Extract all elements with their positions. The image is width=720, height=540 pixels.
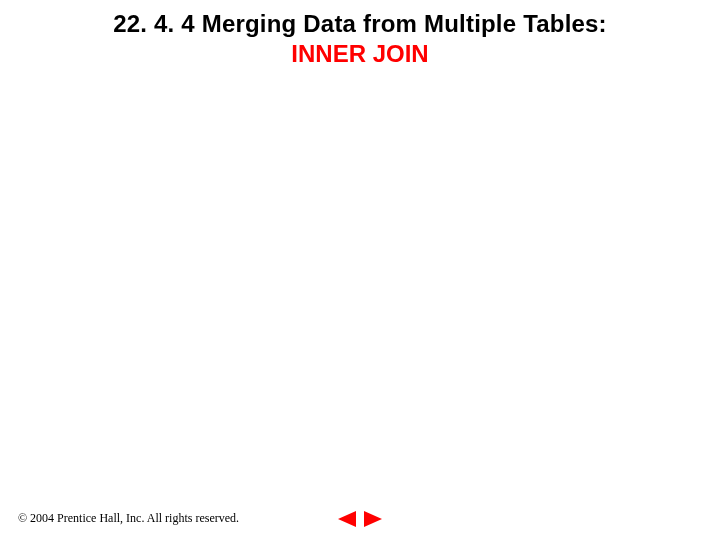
- title-line-2: INNER JOIN: [0, 40, 720, 68]
- footer: © 2004 Prentice Hall, Inc. All rights re…: [18, 511, 702, 526]
- triangle-left-icon: [338, 511, 356, 527]
- next-button[interactable]: [363, 510, 383, 528]
- svg-marker-0: [338, 511, 356, 527]
- triangle-right-icon: [364, 511, 382, 527]
- nav-controls: [337, 510, 383, 528]
- title-line-1: 22. 4. 4 Merging Data from Multiple Tabl…: [0, 10, 720, 38]
- slide-title: 22. 4. 4 Merging Data from Multiple Tabl…: [0, 10, 720, 68]
- copyright-text: © 2004 Prentice Hall, Inc. All rights re…: [18, 511, 239, 526]
- svg-marker-1: [364, 511, 382, 527]
- prev-button[interactable]: [337, 510, 357, 528]
- slide: 22. 4. 4 Merging Data from Multiple Tabl…: [0, 0, 720, 540]
